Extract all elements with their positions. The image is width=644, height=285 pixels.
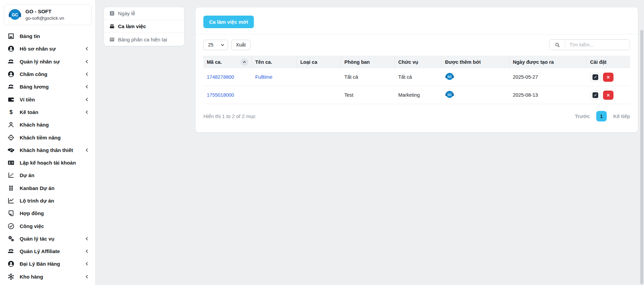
chevron-left-icon — [84, 261, 89, 266]
column-header-duoc-them-boi: Được thêm bởi — [442, 56, 509, 68]
profile-email: go-soft@goclick.vn — [25, 16, 64, 21]
shift-code-link[interactable]: 1748278800 — [207, 74, 234, 80]
shift-name-link[interactable]: Fulltime — [255, 74, 273, 80]
search-group — [549, 39, 630, 50]
sidebar-item-ho-so-nhan-su[interactable]: Hồ sơ nhân sự — [0, 42, 95, 55]
submenu-item-label: Bảng phân ca hiện tại — [118, 37, 167, 42]
new-shift-button[interactable]: Ca làm việc mới — [203, 16, 254, 28]
sidebar-item-label: Quản lý nhân sự — [20, 59, 79, 64]
newspaper-icon — [7, 33, 15, 40]
submenu-panel: Ngày lễ Ca làm việc Bảng phân ca hiện tạ… — [104, 7, 184, 46]
pencil-icon — [592, 92, 598, 98]
sidebar-item-vi-tien[interactable]: Ví tiền — [0, 93, 95, 106]
cell-shift-code: 1748278800 — [203, 74, 252, 80]
column-header-ngay-tao: Ngày được tạo ra — [509, 56, 587, 68]
next-page-button[interactable]: Kế tiếp — [613, 113, 630, 119]
submenu-item-ca-lam-viec[interactable]: Ca làm việc — [104, 20, 184, 33]
delete-button[interactable] — [603, 73, 613, 82]
sort-button[interactable] — [241, 58, 248, 66]
submenu-item-bang-phan-ca[interactable]: Bảng phân ca hiện tại — [104, 33, 184, 46]
cell-position: Marketing — [395, 92, 442, 98]
sidebar-item-label: Quản lý tác vụ — [20, 236, 79, 242]
chevron-left-icon — [84, 97, 89, 102]
column-header-phong-ban: Phòng ban — [341, 56, 395, 68]
sidebar-item-du-an[interactable]: Dự án — [0, 169, 95, 182]
chevron-left-icon — [84, 110, 89, 115]
search-button[interactable] — [549, 40, 565, 50]
sidebar-item-kanban-du-an[interactable]: Kanban Dự án — [0, 182, 95, 194]
snowflake-icon — [7, 273, 15, 280]
search-icon — [555, 42, 560, 48]
wallet-icon — [7, 96, 15, 103]
cell-added-by: GC — [442, 90, 509, 100]
contract-icon — [7, 210, 15, 217]
column-header-label: Loại ca — [300, 59, 317, 65]
sidebar-item-label: Khách tiềm năng — [20, 135, 89, 140]
shift-code-link[interactable]: 1755018000 — [207, 92, 234, 98]
delete-button[interactable] — [603, 91, 613, 100]
sidebar-item-dai-ly-ban-hang[interactable]: Đại Lý Bán Hàng — [0, 258, 95, 270]
sidebar-item-cong-viec[interactable]: Công việc — [0, 220, 95, 232]
column-header-label: Được thêm bởi — [445, 59, 481, 65]
x-icon — [606, 75, 610, 79]
gc-avatar: GC — [445, 72, 454, 81]
gc-logo: GC — [8, 8, 22, 21]
sidebar-item-khach-hang-than-thiet[interactable]: Khách hàng thân thiết — [0, 144, 95, 156]
search-input[interactable] — [565, 40, 630, 50]
chevron-left-icon — [84, 148, 89, 153]
column-header-loai-ca: Loại ca — [297, 56, 341, 68]
sidebar-item-bang-luong[interactable]: Bảng lương — [0, 80, 95, 93]
profile-name: GO - SOFT — [25, 8, 64, 15]
cell-created-date: 2025-05-27 — [509, 74, 587, 80]
chevron-up-icon — [242, 60, 246, 64]
table-header-row: Mã ca. Tên ca. Loại ca Phòng ban Chức vụ… — [203, 56, 630, 68]
sidebar-item-quan-ly-nhan-su[interactable]: Quản lý nhân sự — [0, 55, 95, 68]
page-size-select[interactable]: 25 — [203, 40, 228, 50]
sidebar-item-lo-trinh-du-an[interactable]: Lộ trình dự án — [0, 194, 95, 207]
prev-page-button[interactable]: Trước — [575, 113, 590, 119]
sidebar-item-quan-ly-affiliate[interactable]: Quản Lý Affiliate — [0, 245, 95, 258]
sidebar-item-label: Bảng lương — [20, 84, 79, 90]
sidebar-item-kho-hang[interactable]: Kho hàng — [0, 270, 95, 283]
cell-created-date: 2025-08-13 — [509, 92, 587, 98]
profile-card[interactable]: GC GO - SOFT go-soft@goclick.vn — [4, 4, 92, 25]
column-header-ten-ca: Tên ca. — [252, 56, 297, 68]
sidebar-item-hop-dong[interactable]: Hợp đồng — [0, 207, 95, 220]
sidebar-item-label: Chấm công — [20, 71, 79, 77]
sidebar-item-label: Lộ trình dự án — [20, 198, 89, 204]
sidebar: GC GO - SOFT go-soft@goclick.vn Bảng tin… — [0, 0, 96, 285]
svg-text:GC: GC — [447, 75, 451, 78]
sidebar-item-label: Khách hàng — [20, 122, 89, 128]
table-footer: Hiển thị 1 to 2 of 2 mục Trước 1 Kế tiếp — [196, 104, 638, 128]
sidebar-item-label: Bảng tin — [20, 33, 89, 39]
check-circle-icon — [7, 223, 15, 230]
project-chart-icon — [7, 172, 15, 179]
sidebar-item-label: Kho hàng — [20, 274, 79, 280]
submenu-item-ngay-le[interactable]: Ngày lễ — [104, 7, 184, 20]
sidebar-item-khach-tiem-nang[interactable]: Khách tiềm năng — [0, 131, 95, 144]
sidebar-item-bang-tin[interactable]: Bảng tin — [0, 30, 95, 42]
edit-button[interactable] — [590, 91, 601, 100]
cell-position: Tất cả — [395, 74, 442, 80]
export-button[interactable]: Xuất — [231, 40, 250, 50]
vertical-scrollbar[interactable] — [640, 30, 643, 284]
sidebar-item-label: Kanban Dự án — [20, 185, 89, 191]
sidebar-item-ke-toan[interactable]: $ Kế toán — [0, 106, 95, 118]
main-area: Ngày lễ Ca làm việc Bảng phân ca hiện tạ… — [96, 0, 644, 285]
sidebar-item-khach-hang[interactable]: Khách hàng — [0, 118, 95, 131]
id-card-icon — [7, 159, 15, 166]
sidebar-item-lap-ke-hoach-tai-khoan[interactable]: Lập kế hoạch tài khoản — [0, 156, 95, 169]
sidebar-item-label: Ví tiền — [20, 97, 79, 102]
person-circle-icon — [7, 71, 15, 78]
edit-button[interactable] — [590, 73, 601, 82]
people-group-icon — [7, 248, 15, 255]
sidebar-nav: Bảng tin Hồ sơ nhân sự Quản lý nhân sự C… — [0, 30, 95, 283]
sidebar-item-label: Lập kế hoạch tài khoản — [20, 160, 89, 166]
sidebar-item-quan-ly-tac-vu[interactable]: Quản lý tác vụ — [0, 232, 95, 245]
cell-added-by: GC — [442, 72, 509, 82]
sidebar-item-cham-cong[interactable]: Chấm công — [0, 68, 95, 80]
column-header-label: Chức vụ — [398, 59, 418, 65]
current-page-button[interactable]: 1 — [596, 111, 607, 121]
left-controls: 25 Xuất — [203, 40, 250, 50]
chevron-left-icon — [84, 274, 89, 279]
